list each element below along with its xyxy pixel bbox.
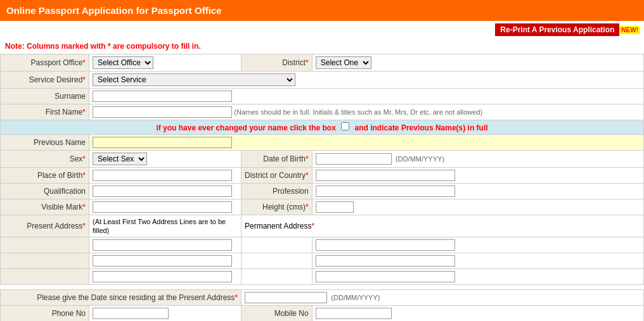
service-desired-cell: Select Service (89, 72, 644, 89)
perm-addr-line1-cell (312, 237, 643, 253)
place-of-birth-cell (89, 168, 242, 184)
date-since-cell: (DD/MM/YYYY) (242, 290, 644, 306)
service-desired-select[interactable]: Select Service (93, 73, 295, 86)
header-bar: Online Passport Application for Passport… (0, 0, 644, 21)
previous-name-cell (89, 135, 644, 151)
phone-mobile-row: Phone No Mobile No (1, 306, 644, 322)
qualification-profession-row: Qualification Profession (1, 184, 644, 199)
mobile-cell (312, 306, 643, 322)
first-name-row: First Name* (Names should be in full. In… (1, 104, 644, 120)
visible-mark-label: Visible Mark* (1, 199, 89, 215)
permanent-address-label-cell: Permanent Address* (242, 215, 644, 237)
dob-label: Date of Birth* (242, 151, 312, 168)
passport-office-row: Passport Office* Select Office District*… (1, 54, 644, 72)
note-bar: Note: Columns marked with * are compulso… (0, 39, 644, 54)
previous-name-row: Previous Name (1, 135, 644, 151)
first-name-hint: (Names should be in full. Initials & tit… (234, 108, 482, 116)
sex-select[interactable]: Select Sex (93, 153, 147, 165)
perm-addr-line1-input[interactable] (316, 239, 455, 251)
district-country-label: District or Country* (242, 168, 312, 184)
qualification-label: Qualification (1, 184, 89, 199)
passport-office-select[interactable]: Select Office (93, 56, 153, 69)
profession-cell (312, 184, 643, 199)
address-line1-row (1, 237, 644, 253)
address-line3-row (1, 269, 644, 285)
height-input[interactable] (316, 201, 354, 213)
place-of-birth-label: Place of Birth* (1, 168, 89, 184)
present-address-hint: (At Least First Two Address Lines are to… (93, 218, 226, 234)
spacer-row (1, 285, 644, 290)
date-since-row: Please give the Date since residing at t… (1, 290, 644, 306)
district-cell: Select One (312, 54, 643, 72)
mobile-input[interactable] (316, 308, 392, 319)
first-name-cell: (Names should be in full. Initials & tit… (89, 104, 644, 120)
date-since-label: Please give the Date since residing at t… (1, 290, 242, 306)
first-name-input[interactable] (93, 106, 232, 118)
date-since-input[interactable] (245, 292, 327, 303)
surname-label: Surname (1, 89, 89, 104)
reprint-bar: Re-Print A Previous ApplicationNEW! (0, 21, 644, 39)
birth-place-row: Place of Birth* District or Country* (1, 168, 644, 184)
district-country-input[interactable] (316, 170, 455, 181)
sex-dob-row: Sex* Select Sex Date of Birth* (DD/MM/YY… (1, 151, 644, 168)
phone-cell (89, 306, 242, 322)
present-addr-line1-cell (89, 237, 242, 253)
profession-input[interactable] (316, 186, 455, 197)
previous-name-label: Previous Name (1, 135, 89, 151)
qualification-input[interactable] (93, 186, 232, 197)
name-change-row: if you have ever changed your name click… (1, 120, 644, 135)
name-change-cell: if you have ever changed your name click… (1, 120, 644, 135)
address-line2-row (1, 253, 644, 269)
surname-input[interactable] (93, 91, 232, 102)
place-of-birth-input[interactable] (93, 170, 232, 181)
height-cell (312, 199, 643, 215)
present-addr-line3-cell (89, 269, 242, 285)
previous-name-input[interactable] (93, 137, 232, 148)
height-label: Height (cms)* (242, 199, 312, 215)
qualification-cell (89, 184, 242, 199)
date-since-hint: (DD/MM/YYYY) (331, 294, 380, 301)
dob-hint: (DD/MM/YYYY) (396, 155, 444, 163)
name-change-checkbox[interactable] (341, 122, 349, 130)
sex-cell: Select Sex (89, 151, 242, 168)
district-select[interactable]: Select One (316, 56, 371, 69)
sex-label: Sex* (1, 151, 89, 168)
surname-row: Surname (1, 89, 644, 104)
mobile-label: Mobile No (242, 306, 312, 322)
present-addr-line1-input[interactable] (93, 239, 232, 251)
main-form: Passport Office* Select Office District*… (0, 54, 644, 321)
phone-label: Phone No (1, 306, 89, 322)
perm-addr-line2-cell (312, 253, 643, 269)
dob-cell: (DD/MM/YYYY) (312, 151, 643, 168)
visible-mark-height-row: Visible Mark* Height (cms)* (1, 199, 644, 215)
perm-addr-line2-input[interactable] (316, 255, 455, 267)
passport-office-label: Passport Office* (1, 54, 89, 72)
present-addr-line2-cell (89, 253, 242, 269)
reprint-button[interactable]: Re-Print A Previous Application (495, 23, 619, 36)
new-badge: NEW! (619, 26, 640, 34)
present-address-hint-cell: (At Least First Two Address Lines are to… (89, 215, 242, 237)
profession-label: Profession (242, 184, 312, 199)
passport-office-cell: Select Office (89, 54, 242, 72)
phone-input[interactable] (93, 308, 169, 319)
surname-cell (89, 89, 644, 104)
present-addr-line2-input[interactable] (93, 255, 232, 267)
visible-mark-cell (89, 199, 242, 215)
page-title: Online Passport Application for Passport… (6, 5, 222, 16)
perm-addr-line3-cell (312, 269, 643, 285)
visible-mark-input[interactable] (93, 201, 232, 213)
address-header-row: Present Address* (At Least First Two Add… (1, 215, 644, 237)
service-desired-row: Service Desired* Select Service (1, 72, 644, 89)
present-addr-line3-input[interactable] (93, 271, 232, 282)
first-name-label: First Name* (1, 104, 89, 120)
district-label: District* (242, 54, 312, 72)
service-desired-label: Service Desired* (1, 72, 89, 89)
district-country-cell (312, 168, 643, 184)
perm-addr-line3-input[interactable] (316, 271, 455, 282)
dob-input[interactable] (316, 153, 392, 165)
present-address-label: Present Address* (1, 215, 89, 237)
